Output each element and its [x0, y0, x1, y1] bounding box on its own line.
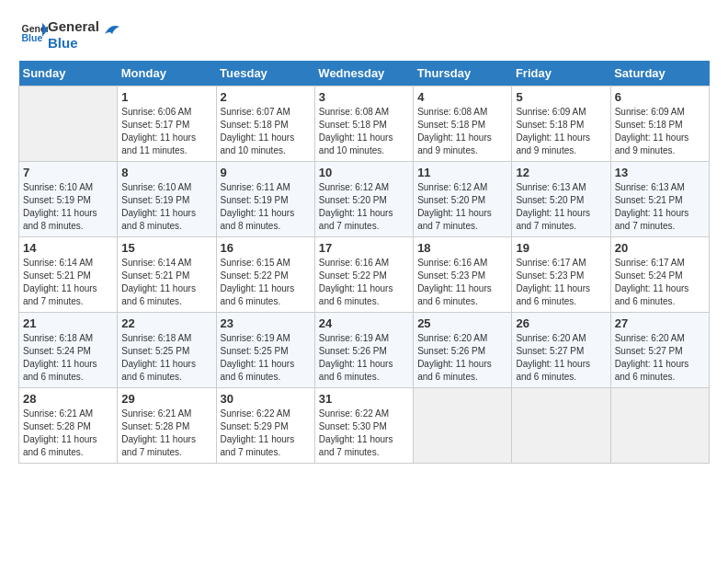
- calendar-cell: 24Sunrise: 6:19 AMSunset: 5:26 PMDayligh…: [314, 313, 413, 388]
- day-info: Sunrise: 6:08 AMSunset: 5:18 PMDaylight:…: [319, 106, 409, 157]
- day-info: Sunrise: 6:09 AMSunset: 5:18 PMDaylight:…: [615, 106, 705, 157]
- calendar-cell: 19Sunrise: 6:17 AMSunset: 5:23 PMDayligh…: [512, 237, 610, 313]
- day-info: Sunrise: 6:20 AMSunset: 5:27 PMDaylight:…: [615, 332, 705, 384]
- day-number: 9: [221, 166, 311, 179]
- day-info: Sunrise: 6:10 AMSunset: 5:19 PMDaylight:…: [121, 181, 211, 233]
- calendar-week-row: 1Sunrise: 6:06 AMSunset: 5:17 PMDaylight…: [19, 86, 710, 162]
- day-number: 8: [121, 166, 211, 179]
- svg-text:Blue: Blue: [22, 32, 43, 43]
- calendar-cell: 21Sunrise: 6:18 AMSunset: 5:24 PMDayligh…: [19, 313, 118, 388]
- weekday-header-wednesday: Wednesday: [314, 61, 413, 86]
- day-number: 23: [221, 316, 311, 330]
- day-number: 7: [23, 166, 113, 179]
- calendar-cell: 2Sunrise: 6:07 AMSunset: 5:18 PMDaylight…: [216, 86, 314, 162]
- page-header: General Blue General Blue: [18, 18, 710, 52]
- calendar-cell: 28Sunrise: 6:21 AMSunset: 5:28 PMDayligh…: [19, 388, 118, 464]
- calendar-cell: 23Sunrise: 6:19 AMSunset: 5:25 PMDayligh…: [216, 313, 314, 388]
- weekday-header-monday: Monday: [118, 61, 216, 86]
- day-number: 27: [615, 316, 705, 330]
- calendar-cell: 15Sunrise: 6:14 AMSunset: 5:21 PMDayligh…: [118, 237, 216, 313]
- day-number: 18: [417, 241, 507, 255]
- weekday-header-sunday: Sunday: [19, 61, 118, 86]
- day-number: 2: [221, 90, 311, 104]
- day-number: 30: [221, 392, 311, 406]
- day-info: Sunrise: 6:14 AMSunset: 5:21 PMDaylight:…: [121, 257, 211, 308]
- calendar-cell: 10Sunrise: 6:12 AMSunset: 5:20 PMDayligh…: [314, 162, 413, 237]
- day-info: Sunrise: 6:16 AMSunset: 5:22 PMDaylight:…: [319, 257, 409, 308]
- day-number: 16: [221, 241, 311, 255]
- day-info: Sunrise: 6:14 AMSunset: 5:21 PMDaylight:…: [23, 257, 113, 308]
- calendar-cell: 27Sunrise: 6:20 AMSunset: 5:27 PMDayligh…: [610, 313, 709, 388]
- calendar-cell: 26Sunrise: 6:20 AMSunset: 5:27 PMDayligh…: [512, 313, 610, 388]
- calendar-cell: 18Sunrise: 6:16 AMSunset: 5:23 PMDayligh…: [414, 237, 512, 313]
- calendar-week-row: 21Sunrise: 6:18 AMSunset: 5:24 PMDayligh…: [19, 313, 710, 388]
- day-number: 12: [516, 166, 606, 179]
- day-number: 13: [615, 166, 705, 179]
- calendar-cell: 8Sunrise: 6:10 AMSunset: 5:19 PMDaylight…: [118, 162, 216, 237]
- calendar-week-row: 14Sunrise: 6:14 AMSunset: 5:21 PMDayligh…: [19, 237, 710, 313]
- day-number: 15: [121, 241, 211, 255]
- calendar-cell: [512, 388, 610, 464]
- day-number: 19: [516, 241, 606, 255]
- calendar-week-row: 28Sunrise: 6:21 AMSunset: 5:28 PMDayligh…: [19, 388, 710, 464]
- calendar-cell: 31Sunrise: 6:22 AMSunset: 5:30 PMDayligh…: [314, 388, 413, 464]
- day-number: 4: [417, 90, 507, 104]
- calendar-cell: 6Sunrise: 6:09 AMSunset: 5:18 PMDaylight…: [610, 86, 709, 162]
- day-info: Sunrise: 6:11 AMSunset: 5:19 PMDaylight:…: [221, 181, 311, 233]
- day-info: Sunrise: 6:15 AMSunset: 5:22 PMDaylight:…: [221, 257, 311, 308]
- calendar-cell: 25Sunrise: 6:20 AMSunset: 5:26 PMDayligh…: [414, 313, 512, 388]
- day-info: Sunrise: 6:06 AMSunset: 5:17 PMDaylight:…: [121, 106, 211, 157]
- day-number: 25: [417, 316, 507, 330]
- calendar-cell: [19, 86, 118, 162]
- day-number: 20: [615, 241, 705, 255]
- day-info: Sunrise: 6:20 AMSunset: 5:26 PMDaylight:…: [417, 332, 507, 384]
- day-info: Sunrise: 6:09 AMSunset: 5:18 PMDaylight:…: [516, 106, 606, 157]
- day-number: 31: [319, 392, 409, 406]
- day-info: Sunrise: 6:22 AMSunset: 5:30 PMDaylight:…: [319, 408, 409, 459]
- calendar-week-row: 7Sunrise: 6:10 AMSunset: 5:19 PMDaylight…: [19, 162, 710, 237]
- calendar-cell: 12Sunrise: 6:13 AMSunset: 5:20 PMDayligh…: [512, 162, 610, 237]
- calendar-cell: 22Sunrise: 6:18 AMSunset: 5:25 PMDayligh…: [118, 313, 216, 388]
- calendar-cell: 3Sunrise: 6:08 AMSunset: 5:18 PMDaylight…: [314, 86, 413, 162]
- calendar-cell: 16Sunrise: 6:15 AMSunset: 5:22 PMDayligh…: [216, 237, 314, 313]
- weekday-header-thursday: Thursday: [414, 61, 512, 86]
- day-number: 24: [319, 316, 409, 330]
- day-number: 26: [516, 316, 606, 330]
- day-number: 17: [319, 241, 409, 255]
- day-info: Sunrise: 6:13 AMSunset: 5:20 PMDaylight:…: [516, 181, 606, 233]
- day-info: Sunrise: 6:18 AMSunset: 5:25 PMDaylight:…: [121, 332, 211, 384]
- day-info: Sunrise: 6:21 AMSunset: 5:28 PMDaylight:…: [121, 408, 211, 459]
- calendar-cell: 29Sunrise: 6:21 AMSunset: 5:28 PMDayligh…: [118, 388, 216, 464]
- day-info: Sunrise: 6:07 AMSunset: 5:18 PMDaylight:…: [221, 106, 311, 157]
- day-info: Sunrise: 6:12 AMSunset: 5:20 PMDaylight:…: [319, 181, 409, 233]
- day-number: 21: [23, 316, 113, 330]
- calendar-cell: 14Sunrise: 6:14 AMSunset: 5:21 PMDayligh…: [19, 237, 118, 313]
- calendar-table: SundayMondayTuesdayWednesdayThursdayFrid…: [18, 61, 710, 464]
- calendar-cell: 17Sunrise: 6:16 AMSunset: 5:22 PMDayligh…: [314, 237, 413, 313]
- day-info: Sunrise: 6:12 AMSunset: 5:20 PMDaylight:…: [417, 181, 507, 233]
- day-number: 5: [516, 90, 606, 104]
- day-info: Sunrise: 6:17 AMSunset: 5:23 PMDaylight:…: [516, 257, 606, 308]
- day-info: Sunrise: 6:08 AMSunset: 5:18 PMDaylight:…: [417, 106, 507, 157]
- day-info: Sunrise: 6:19 AMSunset: 5:25 PMDaylight:…: [221, 332, 311, 384]
- day-number: 29: [121, 392, 211, 406]
- calendar-cell: 30Sunrise: 6:22 AMSunset: 5:29 PMDayligh…: [216, 388, 314, 464]
- calendar-cell: 7Sunrise: 6:10 AMSunset: 5:19 PMDaylight…: [19, 162, 118, 237]
- day-info: Sunrise: 6:17 AMSunset: 5:24 PMDaylight:…: [615, 257, 705, 308]
- logo-general: General: [48, 18, 99, 35]
- calendar-cell: 5Sunrise: 6:09 AMSunset: 5:18 PMDaylight…: [512, 86, 610, 162]
- day-number: 1: [121, 90, 211, 104]
- day-info: Sunrise: 6:13 AMSunset: 5:21 PMDaylight:…: [615, 181, 705, 233]
- day-number: 28: [23, 392, 113, 406]
- day-number: 11: [417, 166, 507, 179]
- day-number: 22: [121, 316, 211, 330]
- calendar-cell: [414, 388, 512, 464]
- day-info: Sunrise: 6:22 AMSunset: 5:29 PMDaylight:…: [221, 408, 311, 459]
- day-number: 3: [319, 90, 409, 104]
- calendar-cell: 9Sunrise: 6:11 AMSunset: 5:19 PMDaylight…: [216, 162, 314, 237]
- weekday-header-row: SundayMondayTuesdayWednesdayThursdayFrid…: [19, 61, 710, 86]
- day-number: 14: [23, 241, 113, 255]
- logo-bird-icon: [101, 21, 121, 41]
- logo-blue: Blue: [48, 35, 99, 52]
- calendar-cell: [610, 388, 709, 464]
